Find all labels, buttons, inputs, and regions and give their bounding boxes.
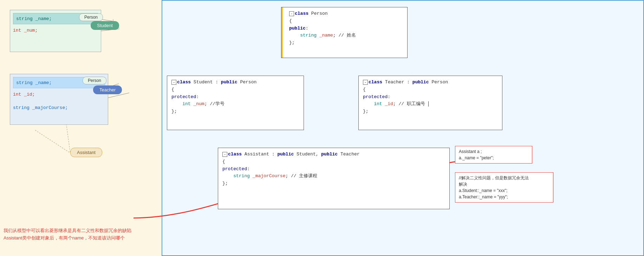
assistant-code-content: -class Assistant : public Student, publi… xyxy=(222,151,445,187)
person-code-content: -class Person { public: string _name; //… xyxy=(286,10,403,47)
teacher-field-major: string _majorCourse; xyxy=(13,105,68,110)
student-field-num: int _num; xyxy=(13,28,38,33)
annotation-line-4: 解决 xyxy=(459,181,549,187)
student-code-box: -class Student : public Person { protect… xyxy=(167,76,304,130)
main-container: string _name; int _num; Person Student s… xyxy=(0,0,644,256)
collapse-btn-teacher[interactable]: - xyxy=(363,80,368,85)
teacher-code-content: -class Teacher : public Person { protect… xyxy=(363,79,498,115)
assistant-code-box: -class Assistant : public Student, publi… xyxy=(218,148,450,209)
bottom-text-line1: 我们从模型中可以看出菱形继承是具有二义性和数据冗余的缺陷 xyxy=(4,227,131,235)
person-label-2: Person xyxy=(83,77,106,84)
annotation-line-5: a.Student::_name = "xxx"; xyxy=(459,187,549,194)
bottom-description: 我们从模型中可以看出菱形继承是具有二义性和数据冗余的缺陷 Assistant类中… xyxy=(4,227,131,242)
annotation-box-1: Assistant a ; a._name = "peter"; xyxy=(455,146,532,164)
teacher-label: Teacher xyxy=(93,85,122,94)
annotation-line-6: a.Teacher::_name = "yyy"; xyxy=(459,194,549,200)
student-label: Student xyxy=(91,21,119,30)
teacher-field-id: int _id; xyxy=(13,92,35,97)
collapse-btn-person[interactable]: - xyxy=(289,11,294,16)
collapse-btn-assistant[interactable]: - xyxy=(222,152,227,157)
collapse-btn-student[interactable]: - xyxy=(171,80,176,85)
person-code-box: -class Person { public: string _name; //… xyxy=(281,7,408,58)
annotation-line-1: Assistant a ; xyxy=(459,148,528,155)
teacher-code-box: -class Teacher : public Person { protect… xyxy=(358,76,502,130)
assistant-label: Assistant xyxy=(70,148,102,157)
bottom-text-line2: Assistant类中创建对象后，有两个name，不知道该访问哪个 xyxy=(4,235,131,242)
person-label-1: Person xyxy=(79,13,103,21)
annotation-box-2: //解决二义性问题，但是数据冗余无法 解决 a.Student::_name =… xyxy=(455,172,553,203)
annotation-line-3: //解决二义性问题，但是数据冗余无法 xyxy=(459,175,549,181)
annotation-line-2: a._name = "peter"; xyxy=(459,155,528,161)
yellow-line-indicator xyxy=(281,7,283,58)
student-code-content: -class Student : public Person { protect… xyxy=(171,79,299,115)
